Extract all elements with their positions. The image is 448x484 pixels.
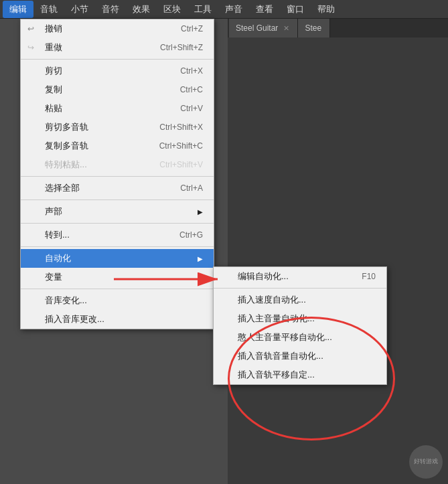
separator-3	[21, 199, 214, 200]
menu-item-redo-shortcut: Ctrl+Shift+Z	[160, 43, 203, 52]
menu-item-copy-multi-shortcut: Ctrl+Shift+C	[159, 141, 203, 151]
menu-item-insert-lib[interactable]: 插入音库更改...	[21, 310, 214, 329]
separator-5	[21, 246, 214, 247]
menu-item-lib-change[interactable]: 音库变化...	[21, 291, 214, 310]
menu-window[interactable]: 窗口	[280, 1, 311, 18]
submenu-item-track-pan-auto-label: 插入音轨平移自定...	[238, 369, 315, 381]
undo-icon: ↩	[27, 24, 34, 33]
menu-item-insert-lib-label: 插入音库更改...	[45, 313, 104, 325]
menu-item-goto-shortcut: Ctrl+G	[179, 230, 203, 240]
menu-item-voice-label: 声部	[45, 206, 62, 218]
menu-item-cut-multi-label: 剪切多音轨	[45, 121, 88, 133]
menu-edit[interactable]: 编辑	[3, 1, 33, 18]
menu-item-variable-label: 变量	[45, 271, 62, 283]
menu-item-redo[interactable]: ↪ 重做 Ctrl+Shift+Z	[21, 38, 214, 57]
menu-block[interactable]: 区块	[157, 1, 188, 18]
menu-item-copy-multi[interactable]: 复制多音轨 Ctrl+Shift+C	[21, 137, 214, 155]
menu-item-cut-multi[interactable]: 剪切多音轨 Ctrl+Shift+X	[21, 118, 214, 137]
menu-item-voice[interactable]: 声部 ▶	[21, 202, 214, 221]
menu-item-goto-label: 转到...	[45, 229, 70, 241]
menu-item-cut-label: 剪切	[45, 65, 62, 77]
tab-label-2: Stee	[305, 23, 321, 33]
menu-note[interactable]: 音符	[95, 1, 126, 18]
submenu-item-pan-auto[interactable]: 憨人主音量平移自动化...	[214, 328, 386, 347]
menu-item-copy-label: 复制	[45, 84, 62, 96]
menu-item-undo[interactable]: ↩ 撤销 Ctrl+Z	[21, 19, 214, 38]
submenu-item-pan-auto-label: 憨人主音量平移自动化...	[238, 331, 332, 343]
submenu-item-track-vol-auto-label: 插入音轨音量自动化...	[238, 350, 323, 362]
menu-item-paste-label: 粘贴	[45, 102, 62, 114]
submenu-item-edit-auto-label: 编辑自动化...	[238, 270, 289, 283]
menu-help[interactable]: 帮助	[311, 1, 342, 18]
watermark-text: 好转游戏	[414, 458, 438, 466]
separator-1	[21, 59, 214, 60]
menu-item-cut-shortcut: Ctrl+X	[180, 66, 203, 76]
redo-icon: ↪	[27, 43, 34, 52]
menu-item-goto[interactable]: 转到... Ctrl+G	[21, 226, 214, 244]
menu-item-redo-label: 重做	[45, 42, 62, 54]
menu-item-copy-shortcut: Ctrl+C	[180, 85, 203, 94]
menu-item-paste-shortcut: Ctrl+V	[180, 104, 203, 113]
automation-submenu: 编辑自动化... F10 插入速度自动化... 插入主音量自动化... 憨人主音…	[213, 266, 387, 385]
menu-item-automation[interactable]: 自动化 ▶	[21, 249, 214, 268]
separator-2	[21, 176, 214, 177]
submenu-item-track-vol-auto[interactable]: 插入音轨音量自动化...	[214, 347, 386, 366]
submenu-item-speed-auto[interactable]: 插入速度自动化...	[214, 291, 386, 309]
menu-item-select-all-label: 选择全部	[45, 182, 80, 194]
menu-item-copy-multi-label: 复制多音轨	[45, 140, 88, 152]
tab-close-icon[interactable]: ✕	[283, 24, 289, 33]
watermark-circle: 好转游戏	[409, 445, 443, 479]
menu-measure[interactable]: 小节	[64, 1, 95, 18]
menu-item-cut-multi-shortcut: Ctrl+Shift+X	[159, 123, 203, 132]
submenu-item-track-pan-auto[interactable]: 插入音轨平移自定...	[214, 366, 386, 384]
arrow-annotation	[107, 269, 228, 289]
menu-item-special-paste-shortcut: Ctrl+Shift+V	[159, 160, 203, 169]
menu-item-automation-label: 自动化	[45, 252, 71, 264]
automation-arrow-icon: ▶	[198, 255, 203, 262]
submenu-item-edit-auto-shortcut: F10	[362, 272, 376, 281]
watermark: 好转游戏	[409, 445, 443, 479]
menu-view[interactable]: 查看	[249, 1, 280, 18]
menu-item-copy[interactable]: 复制 Ctrl+C	[21, 80, 214, 99]
tab-stee[interactable]: Stee	[298, 19, 330, 37]
submenu-item-main-vol-auto[interactable]: 插入主音量自动化...	[214, 309, 386, 328]
menu-item-special-paste[interactable]: 特别粘贴... Ctrl+Shift+V	[21, 155, 214, 174]
separator-4	[21, 223, 214, 224]
menu-track[interactable]: 音轨	[33, 1, 64, 18]
submenu-separator-1	[214, 288, 386, 289]
tab-label: Steel Guitar	[236, 23, 278, 33]
tab-bar: Steel Guitar ✕ Stee	[228, 19, 448, 37]
menu-bar: 编辑 音轨 小节 音符 效果 区块 工具 声音 查看 窗口 帮助	[0, 0, 448, 19]
submenu-item-main-vol-auto-label: 插入主音量自动化...	[238, 313, 315, 325]
menu-item-paste[interactable]: 粘贴 Ctrl+V	[21, 99, 214, 118]
menu-item-cut[interactable]: 剪切 Ctrl+X	[21, 62, 214, 80]
menu-effect[interactable]: 效果	[126, 1, 157, 18]
menu-tool[interactable]: 工具	[188, 1, 218, 18]
menu-item-select-all[interactable]: 选择全部 Ctrl+A	[21, 179, 214, 197]
menu-item-lib-change-label: 音库变化...	[45, 295, 87, 307]
menu-item-undo-label: 撤销	[45, 23, 62, 35]
voice-arrow-icon: ▶	[198, 208, 203, 216]
tab-steel-guitar[interactable]: Steel Guitar ✕	[229, 19, 298, 37]
right-panel: Steel Guitar ✕ Stee	[228, 19, 448, 484]
menu-item-select-all-shortcut: Ctrl+A	[180, 183, 203, 193]
menu-sound[interactable]: 声音	[218, 1, 249, 18]
menu-item-special-paste-label: 特别粘贴...	[45, 159, 87, 171]
tab-content	[228, 37, 448, 484]
submenu-item-speed-auto-label: 插入速度自动化...	[238, 294, 306, 306]
main-area: Steel Guitar ✕ Stee ↩ 撤销 Ctrl+Z ↪ 重做 Ctr…	[0, 19, 448, 484]
menu-item-undo-shortcut: Ctrl+Z	[181, 24, 203, 33]
arrow-svg	[107, 269, 228, 289]
submenu-item-edit-auto[interactable]: 编辑自动化... F10	[214, 267, 386, 286]
